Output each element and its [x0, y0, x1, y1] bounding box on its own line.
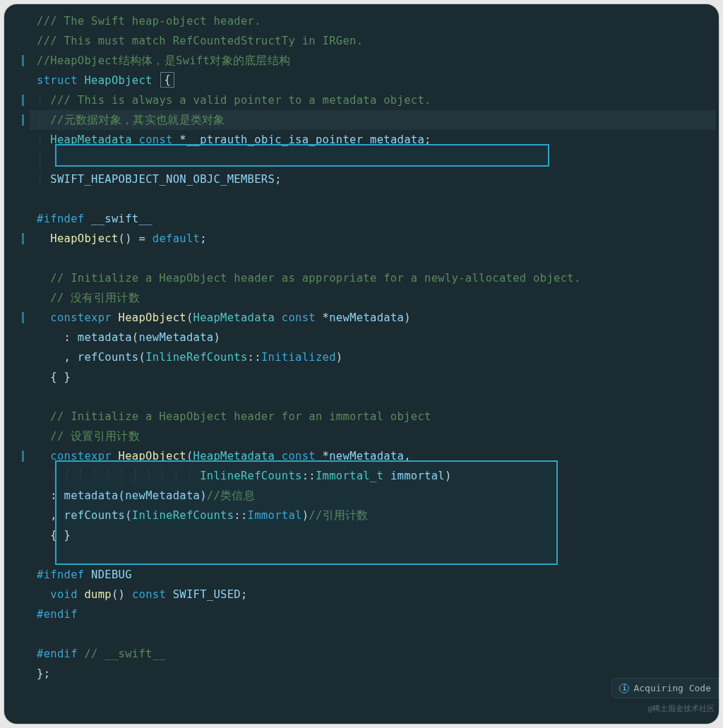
- gutter-line: [4, 130, 25, 150]
- gutter-line: [4, 446, 25, 466]
- code-line[interactable]: #endif: [30, 604, 716, 624]
- gutter-line: [4, 308, 25, 328]
- code-line[interactable]: struct HeapObject {: [30, 71, 716, 90]
- gutter-line: [4, 31, 25, 51]
- gutter-line: [4, 664, 25, 684]
- gutter-line: [4, 169, 25, 189]
- code-line[interactable]: [30, 545, 716, 565]
- cursor-brace: {: [160, 72, 174, 88]
- change-marker: [22, 55, 24, 66]
- gutter-line: [4, 189, 25, 209]
- code-line[interactable]: │ SWIFT_HEAPOBJECT_NON_OBJC_MEMBERS;: [30, 169, 716, 189]
- code-line[interactable]: │ //元数据对象，其实也就是类对象: [30, 110, 716, 130]
- code-content[interactable]: /// The Swift heap-object header./// Thi…: [30, 11, 716, 717]
- gutter-line: [4, 347, 25, 367]
- code-line[interactable]: , refCounts(InlineRefCounts::Initialized…: [30, 347, 716, 367]
- gutter-line: [4, 387, 25, 407]
- code-line[interactable]: constexpr HeapObject(HeapMetadata const …: [30, 446, 716, 466]
- code-line[interactable]: { }: [30, 367, 716, 387]
- gutter-line: [4, 486, 25, 506]
- gutter-line: [4, 624, 25, 644]
- gutter-line: [4, 71, 25, 90]
- code-line[interactable]: [30, 249, 716, 268]
- code-line[interactable]: │ HeapMetadata const *__ptrauth_objc_isa…: [30, 130, 716, 150]
- gutter-line: [4, 585, 25, 604]
- code-line[interactable]: void dump() const SWIFT_USED;: [30, 585, 716, 604]
- code-editor[interactable]: /// The Swift heap-object header./// Thi…: [4, 4, 719, 724]
- gutter-line: [4, 466, 25, 486]
- code-line[interactable]: [30, 387, 716, 407]
- code-line[interactable]: #ifndef NDEBUG: [30, 565, 716, 585]
- code-line[interactable]: /// This must match RefCountedStructTy i…: [30, 31, 716, 51]
- gutter-line: [4, 426, 25, 446]
- change-marker: [22, 450, 24, 462]
- line-gutter: [4, 11, 30, 717]
- gutter-line: [4, 150, 25, 169]
- code-line[interactable]: : metadata(newMetadata)//类信息: [30, 486, 716, 506]
- change-marker: [22, 312, 24, 323]
- code-line[interactable]: // Initialize a HeapObject header for an…: [30, 407, 716, 426]
- code-line[interactable]: // Initialize a HeapObject header as app…: [30, 268, 716, 288]
- code-line[interactable]: #endif // __swift__: [30, 644, 716, 664]
- gutter-line: [4, 506, 25, 525]
- code-line[interactable]: [30, 189, 716, 209]
- code-line[interactable]: constexpr HeapObject(HeapMetadata const …: [30, 308, 716, 328]
- gutter-line: [4, 644, 25, 664]
- code-line[interactable]: HeapObject() = default;: [30, 229, 716, 249]
- gutter-line: [4, 367, 25, 387]
- gutter-line: [4, 288, 25, 308]
- code-line[interactable]: , refCounts(InlineRefCounts::Immortal)//…: [30, 506, 716, 525]
- code-line[interactable]: │: [30, 150, 716, 169]
- change-marker: [22, 114, 24, 126]
- gutter-line: [4, 525, 25, 545]
- gutter-line: [4, 90, 25, 110]
- watermark: @稀土掘金技术社区: [647, 703, 715, 714]
- code-line[interactable]: // 没有引用计数: [30, 288, 716, 308]
- code-line[interactable]: //HeapObject结构体，是Swift对象的底层结构: [30, 51, 716, 71]
- gutter-line: [4, 565, 25, 585]
- code-line[interactable]: #ifndef __swift__: [30, 209, 716, 229]
- change-marker: [22, 95, 24, 106]
- code-line[interactable]: : metadata(newMetadata): [30, 328, 716, 347]
- status-pill[interactable]: i Acquiring Code: [611, 678, 719, 698]
- gutter-line: [4, 328, 25, 347]
- gutter-line: [4, 249, 25, 268]
- gutter-line: [4, 545, 25, 565]
- code-line[interactable]: [30, 624, 716, 644]
- code-line[interactable]: │ /// This is always a valid pointer to …: [30, 90, 716, 110]
- gutter-line: [4, 11, 25, 31]
- gutter-line: [4, 407, 25, 426]
- gutter-line: [4, 229, 25, 249]
- code-line[interactable]: { }: [30, 525, 716, 545]
- info-icon: i: [619, 684, 629, 693]
- code-line[interactable]: /// The Swift heap-object header.: [30, 11, 716, 31]
- change-marker: [22, 233, 24, 244]
- gutter-line: [4, 51, 25, 71]
- gutter-line: [4, 110, 25, 130]
- gutter-line: [4, 268, 25, 288]
- code-line[interactable]: ┊ ┊ ┊ ┊ ┊ ┊ ┊ ┊ ┊ ┊ ┊ InlineRefCounts::I…: [30, 466, 716, 486]
- gutter-line: [4, 209, 25, 229]
- code-line[interactable]: // 设置引用计数: [30, 426, 716, 446]
- gutter-line: [4, 604, 25, 624]
- status-text: Acquiring Code: [633, 683, 711, 693]
